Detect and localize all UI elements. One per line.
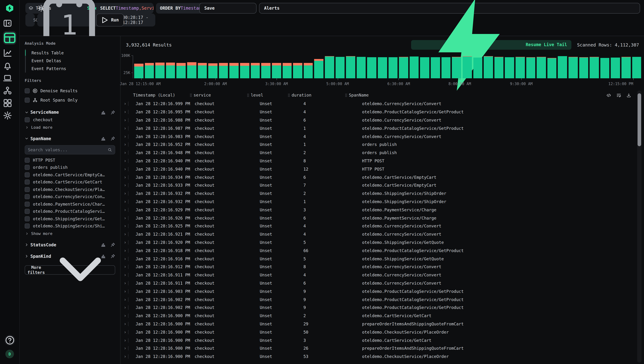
column-header-level[interactable]: level [251, 92, 263, 98]
histogram-bar[interactable] [410, 56, 419, 78]
expand-chevron-icon[interactable]: › [124, 240, 126, 244]
alerts-bell-icon[interactable] [3, 61, 12, 70]
code-icon[interactable] [606, 93, 611, 98]
histogram-bar[interactable] [367, 57, 376, 78]
column-header-timestamp-local-[interactable]: Timestamp (Local) [133, 92, 175, 98]
facet-header-ServiceName[interactable]: ServiceName [25, 108, 115, 116]
checkbox[interactable] [25, 88, 30, 93]
help-button[interactable] [5, 335, 15, 346]
checkbox[interactable] [25, 209, 30, 214]
facet-show-more[interactable]: Show more [25, 230, 115, 237]
histogram-bar[interactable] [579, 57, 588, 78]
wrap-lines-icon[interactable] [616, 93, 621, 98]
expand-chevron-icon[interactable]: › [124, 142, 126, 147]
expand-chevron-icon[interactable]: › [124, 256, 126, 261]
expand-chevron-icon[interactable]: › [124, 322, 126, 326]
vertical-scrollbar[interactable] [637, 90, 641, 362]
histogram-bar[interactable] [515, 57, 525, 78]
expand-chevron-icon[interactable]: › [124, 224, 126, 228]
facet-value[interactable]: oteldemo.CartService/EmptyCa… [25, 171, 115, 178]
drag-handle-icon[interactable] [345, 93, 347, 97]
column-header-spanname[interactable]: SpanName [349, 92, 369, 98]
expand-chevron-icon[interactable]: › [124, 248, 126, 252]
expand-chevron-icon[interactable]: › [124, 354, 126, 359]
table-row[interactable]: › Jan 28 12:28:16.921 PM checkout Unset … [121, 230, 644, 238]
histogram-bar[interactable] [314, 59, 323, 78]
checkbox[interactable] [25, 98, 30, 102]
expand-chevron-icon[interactable]: › [124, 183, 126, 188]
histogram-bar[interactable] [198, 63, 207, 78]
histogram-bar[interactable] [632, 57, 641, 78]
facet-value[interactable]: oteldemo.ProductCatalogServi… [25, 208, 115, 215]
resume-live-tail-button[interactable]: Resume Live Tail [411, 40, 571, 50]
collapse-sidebar-icon[interactable] [3, 18, 12, 28]
histogram-bar[interactable] [590, 57, 599, 78]
histogram-bar[interactable] [346, 56, 355, 78]
histogram-bar[interactable] [537, 57, 546, 78]
histogram-bar[interactable] [388, 57, 397, 78]
histogram-bar[interactable] [568, 57, 578, 78]
table-row[interactable]: › Jan 28 12:28:16.940 PM checkout Unset … [121, 165, 644, 173]
histogram-bar[interactable] [611, 58, 620, 78]
expand-chevron-icon[interactable]: › [124, 167, 126, 171]
drag-handle-icon[interactable] [288, 93, 290, 97]
expand-chevron-icon[interactable]: › [124, 216, 126, 220]
histogram-bar[interactable] [378, 57, 387, 78]
table-row[interactable]: › Jan 28 12:28:16.918 PM checkout Unset … [121, 246, 644, 255]
table-row[interactable]: › Jan 28 12:28:16.902 PM checkout Unset … [121, 304, 644, 312]
histogram-bar[interactable] [187, 62, 196, 78]
sql-select-editor[interactable]: SELECT Timestamp, ServiceName as service… [96, 3, 154, 14]
checkbox[interactable] [25, 216, 30, 221]
histogram-bar[interactable] [526, 57, 535, 78]
checkbox[interactable] [25, 158, 30, 163]
checkbox[interactable] [25, 172, 30, 177]
analysis-mode-event-deltas[interactable]: Event Deltas [32, 57, 115, 65]
table-row[interactable]: › Jan 28 12:28:16.988 PM checkout Unset … [121, 116, 644, 124]
histogram-bar[interactable] [293, 63, 302, 78]
facet-value[interactable]: oteldemo.CurrencyService/Con… [25, 193, 115, 200]
expand-chevron-icon[interactable]: › [124, 159, 126, 163]
histogram-bar[interactable] [494, 57, 503, 78]
histogram-bar[interactable] [420, 57, 429, 78]
facet-value[interactable]: HTTP POST [25, 156, 115, 164]
analysis-mode-event-patterns[interactable]: Event Patterns [32, 65, 115, 72]
expand-chevron-icon[interactable]: › [124, 150, 126, 155]
expand-chevron-icon[interactable]: › [124, 126, 126, 130]
expand-chevron-icon[interactable]: › [124, 346, 126, 350]
scrollbar-thumb[interactable] [637, 93, 641, 146]
facet-value[interactable]: oteldemo.ShippingService/Get… [25, 215, 115, 222]
expand-chevron-icon[interactable]: › [124, 330, 126, 334]
histogram-bar[interactable] [473, 58, 482, 78]
pin-icon[interactable] [111, 136, 115, 141]
expand-chevron-icon[interactable]: › [124, 232, 126, 236]
drag-handle-icon[interactable] [247, 93, 249, 97]
histogram-bar[interactable] [240, 63, 249, 78]
histogram-bar[interactable] [134, 64, 143, 78]
histogram-bar[interactable] [251, 63, 260, 78]
histogram-bar[interactable] [505, 57, 514, 78]
table-row[interactable]: › Jan 28 12:28:16.934 PM checkout Unset … [121, 173, 644, 181]
histogram-bar[interactable] [219, 63, 228, 78]
table-row[interactable]: › Jan 28 12:28:16.940 PM checkout Unset … [121, 157, 644, 165]
search-query-input[interactable]: ResourceAttributes.k8s.pod.name:"checkou… [26, 14, 35, 26]
histogram-bar[interactable] [272, 63, 281, 78]
table-row[interactable]: › Jan 28 12:28:16.983 PM checkout Unset … [121, 132, 644, 140]
expand-chevron-icon[interactable]: › [124, 118, 126, 122]
user-avatar[interactable]: D [5, 350, 14, 358]
histogram-icon[interactable] [101, 110, 106, 114]
expand-chevron-icon[interactable]: › [124, 306, 126, 310]
checkbox[interactable] [25, 202, 30, 207]
column-header-duration[interactable]: duration [292, 92, 311, 98]
save-button[interactable]: Save [199, 3, 257, 14]
table-row[interactable]: › Jan 28 12:28:16.902 PM checkout Unset … [121, 295, 644, 304]
histogram-bar[interactable] [261, 63, 271, 78]
expand-chevron-icon[interactable]: › [124, 281, 126, 285]
expand-chevron-icon[interactable]: › [124, 273, 126, 277]
expand-chevron-icon[interactable]: › [124, 297, 126, 302]
client-sessions-icon[interactable] [3, 73, 12, 82]
histogram-bar[interactable] [441, 57, 450, 78]
histogram-bar[interactable] [463, 56, 472, 78]
table-row[interactable]: › Jan 28 12:28:16.926 PM checkout Unset … [121, 214, 644, 222]
histogram-bar[interactable] [335, 57, 345, 78]
table-row[interactable]: › Jan 28 12:28:16.900 PM checkout Unset … [121, 344, 644, 352]
